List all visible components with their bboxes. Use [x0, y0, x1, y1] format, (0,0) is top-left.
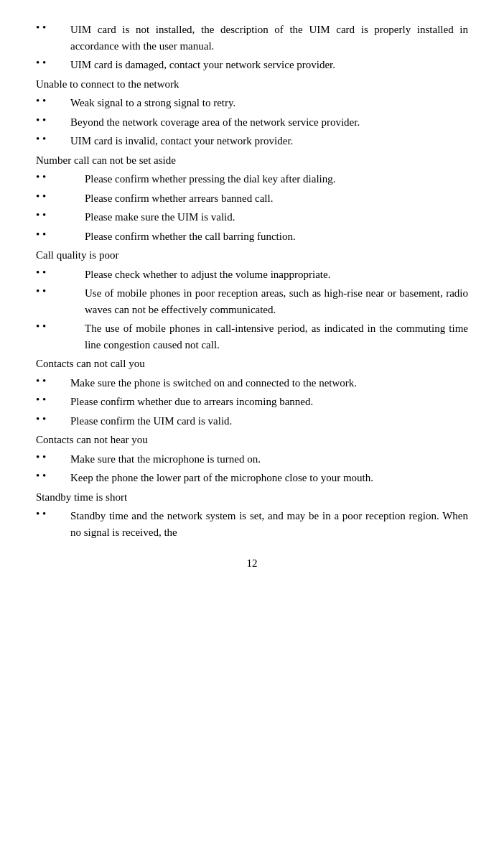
bullet-text: Please check whether to adjust the volum…: [85, 266, 468, 283]
list-item: • • Beyond the network coverage area of …: [36, 114, 468, 131]
bullet-marker: • •: [36, 95, 70, 107]
list-item: • • Standby time and the network system …: [36, 508, 468, 540]
list-item: • • Please check whether to adjust the v…: [36, 266, 468, 283]
bullet-marker: • •: [36, 22, 70, 34]
bullet-text: Please make sure the UIM is valid.: [85, 209, 468, 226]
section-header: Standby time is short: [36, 489, 468, 506]
section-header: Contacts can not call you: [36, 356, 468, 372]
list-item: • • UIM card is invalid, contact your ne…: [36, 133, 468, 149]
section-header: Number call can not be set aside: [36, 152, 468, 169]
bullet-text: Beyond the network coverage area of the …: [70, 114, 468, 131]
list-item: • • Please confirm whether due to arrear…: [36, 394, 468, 410]
list-item: • • Use of mobile phones in poor recepti…: [36, 285, 468, 317]
section-header: Unable to connect to the network: [36, 76, 468, 93]
bullet-text: Please confirm whether due to arrears in…: [70, 394, 468, 410]
bullet-marker: • •: [36, 133, 70, 145]
list-item: • • Make sure that the microphone is tur…: [36, 451, 468, 468]
bullet-text: UIM card is damaged, contact your networ…: [70, 57, 468, 73]
list-item: • • Please confirm whether arrears banne…: [36, 190, 468, 207]
list-item: • • Please confirm whether pressing the …: [36, 171, 468, 187]
bullet-text: Make sure the phone is switched on and c…: [70, 375, 468, 391]
bullet-marker: • •: [36, 320, 85, 333]
list-item: • • UIM card is damaged, contact your ne…: [36, 57, 468, 73]
bullet-marker: • •: [36, 470, 70, 482]
bullet-marker: • •: [36, 508, 70, 520]
bullet-marker: • •: [36, 57, 70, 69]
list-item: • • Make sure the phone is switched on a…: [36, 375, 468, 391]
bullet-text: Keep the phone the lower part of the mic…: [70, 470, 468, 486]
list-item: • • Please confirm the UIM card is valid…: [36, 413, 468, 430]
bullet-marker: • •: [36, 171, 85, 183]
bullet-marker: • •: [36, 266, 85, 279]
list-item: • • Please confirm whether the call barr…: [36, 228, 468, 245]
list-item: • • UIM card is not installed, the descr…: [36, 22, 468, 54]
bullet-text: Use of mobile phones in poor reception a…: [85, 285, 468, 317]
bullet-marker: • •: [36, 190, 85, 203]
bullet-text: Standby time and the network system is s…: [70, 508, 468, 540]
bullet-text: UIM card is not installed, the descripti…: [70, 22, 468, 54]
bullet-text: Weak signal to a strong signal to retry.: [70, 95, 468, 111]
bullet-text: Please confirm whether arrears banned ca…: [85, 190, 468, 207]
bullet-text: UIM card is invalid, contact your networ…: [70, 133, 468, 149]
bullet-marker: • •: [36, 209, 85, 221]
bullet-text: Please confirm the UIM card is valid.: [70, 413, 468, 430]
section-header: Call quality is poor: [36, 247, 468, 264]
bullet-marker: • •: [36, 451, 70, 463]
page-number: 12: [36, 557, 468, 570]
bullet-text: The use of mobile phones in call-intensi…: [85, 320, 468, 353]
list-item: • • The use of mobile phones in call-int…: [36, 320, 468, 353]
bullet-marker: • •: [36, 285, 85, 297]
section-header: Contacts can not hear you: [36, 432, 468, 448]
page-content: • • UIM card is not installed, the descr…: [36, 22, 468, 570]
bullet-text: Please confirm whether pressing the dial…: [85, 171, 468, 187]
bullet-marker: • •: [36, 228, 85, 241]
list-item: • • Keep the phone the lower part of the…: [36, 470, 468, 486]
list-item: • • Weak signal to a strong signal to re…: [36, 95, 468, 111]
bullet-text: Make sure that the microphone is turned …: [70, 451, 468, 468]
bullet-marker: • •: [36, 413, 70, 425]
list-item: • • Please make sure the UIM is valid.: [36, 209, 468, 226]
bullet-marker: • •: [36, 394, 70, 406]
bullet-text: Please confirm whether the call barring …: [85, 228, 468, 245]
bullet-marker: • •: [36, 375, 70, 387]
bullet-marker: • •: [36, 114, 70, 126]
